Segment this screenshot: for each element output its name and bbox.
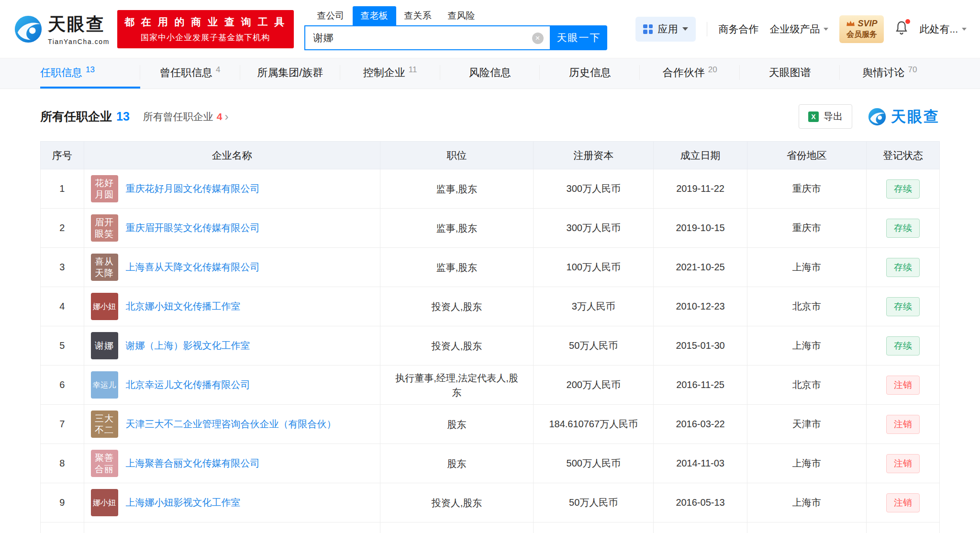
nav-link-label: 企业级产品	[769, 22, 820, 36]
search-tab[interactable]: 查老板	[353, 6, 396, 25]
table-row-partial	[41, 522, 940, 533]
company-name-link[interactable]: 重庆花好月圆文化传媒有限公司	[126, 182, 260, 195]
status-cell: 注销	[867, 483, 940, 522]
capital-cell: 500万人民币	[534, 444, 654, 483]
company-name-link[interactable]: 上海娜小妞影视文化工作室	[126, 496, 241, 509]
page-tab-label: 控制企业	[363, 66, 405, 80]
page-tab[interactable]: 所属集团/族群	[240, 58, 340, 89]
status-cell: 存续	[867, 248, 940, 287]
company-avatar: 三大不二	[91, 411, 118, 438]
row-index-cell: 5	[41, 326, 84, 366]
section-title-count: 13	[116, 110, 130, 123]
page-tab-count: 11	[409, 65, 417, 75]
company-cell: 娜小妞上海娜小妞影视文化工作室	[84, 483, 380, 522]
search-tab[interactable]: 查关系	[396, 6, 440, 25]
row-index-cell: 1	[41, 169, 84, 209]
former-positions-link[interactable]: 所有曾任职企业 4 ›	[143, 110, 229, 123]
table-header-row: 序号 企业名称 职位 注册资本 成立日期 省份地区 登记状态	[41, 142, 940, 169]
company-name-link[interactable]: 谢娜（上海）影视文化工作室	[126, 339, 250, 352]
logo-subtitle: TianYanCha.com	[48, 38, 110, 45]
search-input-wrap: ×	[304, 25, 551, 50]
date-cell: 2019-11-22	[654, 169, 747, 209]
page-tab[interactable]: 曾任职信息4	[140, 58, 240, 89]
row-index-cell: 2	[41, 209, 84, 248]
nav-link-business-cooperation[interactable]: 商务合作	[718, 22, 758, 36]
nav-link-enterprise-products[interactable]: 企业级产品	[769, 22, 828, 36]
col-header-capital: 注册资本	[534, 142, 654, 169]
row-index-cell: 6	[41, 366, 84, 405]
divider	[707, 22, 707, 36]
notification-bell[interactable]	[895, 21, 908, 37]
table-row: 4娜小妞北京娜小妞文化传播工作室投资人,股东3万人民币2010-12-23北京市…	[41, 287, 940, 326]
company-name-link[interactable]: 上海喜从天降文化传媒有限公司	[126, 261, 260, 274]
status-cell: 存续	[867, 326, 940, 366]
company-cell: 幸运儿北京幸运儿文化传播有限公司	[84, 366, 380, 405]
company-avatar: 谢娜	[91, 332, 118, 359]
svip-badge[interactable]: SVIP 会员服务	[839, 15, 884, 43]
chevron-down-icon	[824, 28, 828, 31]
status-cell: 注销	[867, 366, 940, 405]
date-cell: 2019-10-15	[654, 209, 747, 248]
company-avatar: 娜小妞	[91, 293, 118, 320]
banner-line1: 都 在 用 的 商 业 查 询 工 具	[124, 15, 287, 29]
clear-icon[interactable]: ×	[532, 33, 544, 44]
row-index-cell: 7	[41, 405, 84, 444]
page-tab[interactable]: 合作伙伴20	[640, 58, 740, 89]
page-tab-label: 历史信息	[569, 66, 611, 80]
position-cell: 股东	[380, 405, 534, 444]
search-tab[interactable]: 查风险	[440, 6, 483, 25]
page-tab-count: 20	[708, 65, 717, 75]
apps-button[interactable]: 应用	[635, 17, 696, 42]
search-tabs: 查公司查老板查关系查风险	[304, 8, 607, 25]
position-cell: 监事,股东	[380, 248, 534, 287]
page-tab[interactable]: 任职信息13	[40, 58, 140, 89]
position-cell: 投资人,股东	[380, 287, 534, 326]
position-cell: 执行董事,经理,法定代表人,股东	[380, 366, 534, 405]
page-tab-label: 合作伙伴	[663, 66, 705, 80]
region-cell: 重庆市	[747, 209, 866, 248]
company-name-link[interactable]: 重庆眉开眼笑文化传媒有限公司	[126, 222, 260, 234]
tianyancha-logo[interactable]: 天眼查 TianYanCha.com	[13, 12, 110, 45]
company-cell: 三大不二天津三大不二企业管理咨询合伙企业（有限合伙）	[84, 405, 380, 444]
page-tab[interactable]: 天眼图谱	[740, 58, 840, 89]
status-badge: 存续	[886, 297, 920, 316]
page-tab[interactable]: 控制企业11	[340, 58, 440, 89]
search-area: 查公司查老板查关系查风险 × 天眼一下	[304, 8, 607, 50]
date-cell: 2015-01-30	[654, 326, 747, 366]
page-tab-label: 天眼图谱	[769, 66, 811, 80]
page-tab[interactable]: 舆情讨论70	[840, 58, 940, 89]
table-row: 3喜从天降上海喜从天降文化传媒有限公司监事,股东100万人民币2021-10-2…	[41, 248, 940, 287]
former-positions-count: 4	[217, 111, 223, 122]
more-menu[interactable]: 此处有...	[919, 22, 967, 36]
search-input[interactable]	[305, 26, 550, 49]
section-title: 所有任职企业	[40, 109, 112, 124]
company-avatar: 眉开眼笑	[91, 214, 118, 242]
export-button[interactable]: X 导出	[799, 104, 852, 129]
position-cell: 投资人,股东	[380, 483, 534, 522]
search-bar: × 天眼一下	[304, 25, 607, 50]
company-name-link[interactable]: 北京娜小妞文化传播工作室	[126, 300, 241, 313]
search-tab[interactable]: 查公司	[309, 6, 353, 25]
empty-cell	[41, 522, 84, 533]
table-row: 1花好月圆重庆花好月圆文化传媒有限公司监事,股东300万人民币2019-11-2…	[41, 169, 940, 209]
table-row: 6幸运儿北京幸运儿文化传播有限公司执行董事,经理,法定代表人,股东200万人民币…	[41, 366, 940, 405]
position-cell: 监事,股东	[380, 209, 534, 248]
col-header-date: 成立日期	[654, 142, 747, 169]
col-header-region: 省份地区	[747, 142, 866, 169]
date-cell: 2016-05-13	[654, 483, 747, 522]
page-tab[interactable]: 历史信息	[540, 58, 640, 89]
page-tab-label: 风险信息	[469, 66, 511, 80]
page-tab[interactable]: 风险信息	[440, 58, 540, 89]
company-name-link[interactable]: 北京幸运儿文化传播有限公司	[126, 378, 250, 391]
notification-dot	[905, 19, 910, 24]
export-label: 导出	[824, 110, 843, 123]
company-name-link[interactable]: 天津三大不二企业管理咨询合伙企业（有限合伙）	[126, 418, 336, 431]
company-cell: 娜小妞北京娜小妞文化传播工作室	[84, 287, 380, 326]
company-avatar: 喜从天降	[91, 254, 118, 281]
company-name-link[interactable]: 上海聚善合丽文化传媒有限公司	[126, 457, 260, 470]
page-tabs: 任职信息13曾任职信息4所属集团/族群控制企业11风险信息历史信息合作伙伴20天…	[0, 58, 980, 89]
search-button[interactable]: 天眼一下	[551, 25, 607, 50]
position-cell: 投资人,股东	[380, 326, 534, 366]
status-badge: 注销	[886, 454, 920, 473]
logo-title: 天眼查	[48, 12, 110, 36]
